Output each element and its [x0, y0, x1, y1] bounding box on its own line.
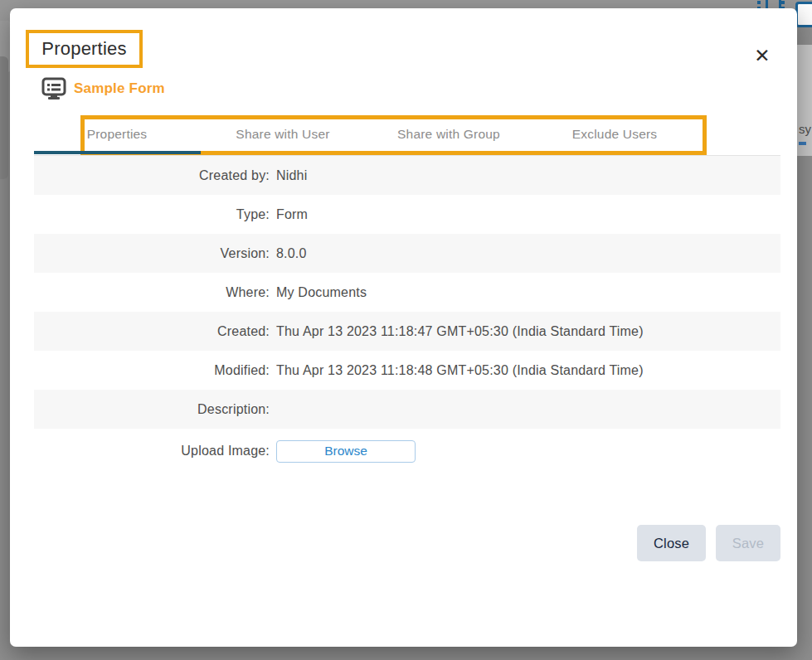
table-row: Created by: Nidhi	[34, 156, 780, 195]
table-row: Created: Thu Apr 13 2023 11:18:47 GMT+05…	[34, 312, 780, 351]
properties-table: Created by: Nidhi Type: Form Version: 8.…	[34, 156, 780, 473]
properties-dialog: Properties ✕ Sample Form Properties Shar…	[10, 8, 797, 647]
apps-icon-dot	[757, 1, 761, 4]
property-label: Version:	[34, 246, 270, 261]
table-row-upload-image: Upload Image: Browse	[34, 429, 780, 473]
browse-button[interactable]: Browse	[276, 440, 416, 463]
background-button-fragment	[795, 2, 812, 27]
property-label: Description:	[34, 402, 270, 417]
property-label: Type:	[34, 207, 270, 222]
tab-bar: Properties Share with User Share with Gr…	[34, 114, 780, 155]
property-value: Nidhi	[276, 168, 307, 183]
property-value: Thu Apr 13 2023 11:18:48 GMT+05:30 (Indi…	[276, 363, 644, 378]
table-row: Description:	[34, 390, 780, 429]
background-panel-fragment	[797, 45, 812, 156]
property-label: Upload Image:	[34, 444, 270, 459]
background-link-underline	[799, 142, 806, 145]
property-value: 8.0.0	[276, 246, 307, 261]
table-row: Where: My Documents	[34, 273, 780, 312]
tab-share-with-user[interactable]: Share with User	[200, 114, 366, 155]
background-card-fragment	[0, 56, 8, 179]
close-button[interactable]: Close	[637, 525, 706, 561]
active-tab-indicator	[34, 151, 201, 154]
property-label: Where:	[34, 285, 270, 300]
dialog-title: Properties	[41, 38, 126, 60]
property-label: Modified:	[34, 363, 270, 378]
property-label: Created:	[34, 324, 270, 339]
property-value: My Documents	[276, 285, 367, 300]
close-icon[interactable]: ✕	[750, 43, 775, 68]
title-annotation-box: Properties	[26, 30, 143, 68]
tab-share-with-group[interactable]: Share with Group	[366, 114, 532, 155]
property-label: Created by:	[34, 168, 270, 183]
save-button[interactable]: Save	[716, 525, 780, 561]
apps-icon-dot	[781, 1, 785, 4]
form-identity: Sample Form	[41, 76, 165, 101]
table-row: Modified: Thu Apr 13 2023 11:18:48 GMT+0…	[34, 351, 780, 390]
form-name: Sample Form	[74, 80, 165, 97]
tab-exclude-users[interactable]: Exclude Users	[532, 114, 698, 155]
table-row: Type: Form	[34, 195, 780, 234]
form-icon	[41, 76, 66, 101]
property-value: Form	[276, 207, 308, 222]
property-value: Thu Apr 13 2023 11:18:47 GMT+05:30 (Indi…	[276, 324, 644, 339]
tab-properties[interactable]: Properties	[34, 114, 200, 155]
table-row: Version: 8.0.0	[34, 234, 780, 273]
background-partial-text: sy	[799, 122, 811, 136]
